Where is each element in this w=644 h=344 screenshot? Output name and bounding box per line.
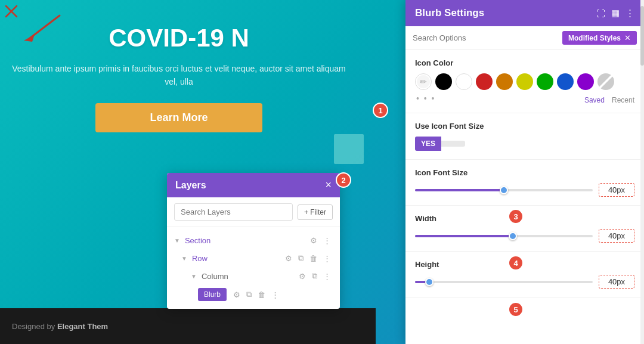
use-icon-font-size-label: Use Icon Font Size: [415, 122, 634, 131]
layer-row-section: ▼ Section ⚙ ⋮: [167, 232, 340, 249]
column-more-icon[interactable]: ⋮: [321, 271, 333, 282]
color-swatch-black[interactable]: [435, 73, 452, 90]
blurb-settings-panel: Blurb Settings ⛶ ▦ ⋮ Modified Styles ✕ I…: [405, 0, 644, 344]
height-slider-row: 40px: [415, 275, 634, 289]
blurb-expand-icon[interactable]: ⛶: [596, 8, 605, 18]
section-label: Section: [185, 236, 306, 245]
color-swatch-orange[interactable]: [496, 73, 513, 90]
teal-box: [334, 134, 364, 164]
height-slider-track[interactable]: [415, 281, 593, 283]
height-label: Height: [415, 260, 634, 269]
badge-1: 1: [373, 103, 388, 118]
layers-panel: Layers × + Filter ▼ Section ⚙ ⋮ ▼ Row ⚙ …: [167, 173, 340, 309]
icon-font-size-thumb[interactable]: [500, 186, 508, 194]
width-section: Width 40px: [405, 206, 644, 252]
blurb-panel-title: Blurb Settings: [415, 7, 484, 19]
close-icon-wrap: [5, 5, 18, 20]
row-gear-icon[interactable]: ⚙: [283, 253, 294, 264]
height-section: Height 40px: [405, 252, 644, 297]
use-icon-font-size-section: Use Icon Font Size YES: [405, 113, 644, 160]
height-value[interactable]: 40px: [599, 275, 634, 289]
saved-recent-row: Saved Recent: [583, 96, 634, 104]
width-slider-track[interactable]: [415, 235, 593, 237]
hero-subtitle: Vestibulum ante ipsum primis in faucibus…: [12, 62, 346, 89]
column-toggle[interactable]: ▼: [191, 273, 197, 280]
blurb-panel-header: Blurb Settings ⛶ ▦ ⋮: [405, 0, 644, 26]
learn-more-button[interactable]: Learn More: [95, 103, 262, 132]
footer-text: Designed by Elegant Them: [12, 322, 108, 331]
layers-search-input[interactable]: [174, 203, 293, 221]
toggle-no-button[interactable]: [441, 141, 465, 147]
section-toggle[interactable]: ▼: [174, 237, 180, 244]
column-gear-icon[interactable]: ⚙: [297, 271, 308, 282]
badge-3: 3: [508, 209, 524, 224]
icon-font-size-slider-track[interactable]: [415, 189, 593, 191]
row-more-icon[interactable]: ⋮: [321, 253, 333, 264]
section-gear-icon[interactable]: ⚙: [308, 235, 319, 246]
section-more-icon[interactable]: ⋮: [321, 235, 333, 246]
recent-link[interactable]: Recent: [612, 96, 634, 104]
toggle-yes-button[interactable]: YES: [415, 137, 441, 151]
row-clone-icon[interactable]: ⧉: [296, 252, 305, 264]
layers-panel-title: Layers: [175, 180, 206, 191]
row-toggle[interactable]: ▼: [181, 255, 187, 262]
blurb-panel-icon-group: ⛶ ▦ ⋮: [596, 8, 634, 18]
blurb-trash-icon[interactable]: 🗑: [256, 289, 267, 300]
badge-4: 4: [508, 255, 524, 271]
color-swatch-yellow[interactable]: [516, 73, 533, 90]
color-swatch-blue[interactable]: [557, 73, 574, 90]
color-swatch-purple[interactable]: [577, 73, 594, 90]
svg-marker-3: [24, 35, 35, 42]
layers-close-button[interactable]: ×: [325, 179, 332, 191]
layers-tree: ▼ Section ⚙ ⋮ ▼ Row ⚙ ⧉ 🗑 ⋮ ▼ Column ⚙ ⧉…: [167, 227, 340, 309]
icon-font-size-value[interactable]: 40px: [599, 183, 634, 197]
modified-styles-close-button[interactable]: ✕: [624, 33, 631, 42]
color-swatch-green[interactable]: [537, 73, 553, 90]
layers-filter-button[interactable]: + Filter: [298, 204, 333, 220]
width-fill: [415, 235, 513, 237]
color-swatch-red[interactable]: [476, 73, 493, 90]
layer-row-blurb: Blurb ⚙ ⧉ 🗑 ⋮: [167, 285, 340, 304]
icon-color-section: Icon Color ✏ • • • Saved Recent: [405, 50, 644, 113]
color-swatch-custom[interactable]: [597, 73, 614, 90]
icon-font-size-fill: [415, 189, 504, 191]
scrollbar[interactable]: [640, 0, 644, 344]
close-icon[interactable]: [5, 5, 18, 18]
icon-color-label: Icon Color: [415, 58, 634, 67]
width-thumb[interactable]: [509, 232, 517, 240]
blurb-more-icon[interactable]: ⋮: [270, 289, 281, 300]
blurb-badge: Blurb: [198, 288, 227, 301]
layers-search-wrap: + Filter: [167, 197, 340, 227]
eyedropper-swatch[interactable]: ✏: [415, 73, 432, 90]
row-label: Row: [192, 254, 281, 263]
layer-row-column: ▼ Column ⚙ ⧉ ⋮: [167, 267, 340, 285]
blurb-columns-icon[interactable]: ▦: [611, 8, 620, 18]
arrow-indicator: [18, 11, 66, 47]
column-label: Column: [202, 272, 295, 281]
badge-2: 2: [336, 172, 351, 188]
scrollbar-thumb[interactable]: [640, 6, 644, 66]
blurb-gear-icon[interactable]: ⚙: [231, 289, 242, 300]
row-trash-icon[interactable]: 🗑: [308, 253, 319, 264]
color-swatch-white[interactable]: [456, 73, 472, 90]
width-label: Width: [415, 214, 634, 223]
width-slider-row: 40px: [415, 229, 634, 243]
toggle-row: YES: [415, 137, 634, 151]
more-dots: • • •: [416, 94, 435, 103]
footer-bar: Designed by Elegant Them: [0, 308, 376, 344]
blurb-more-icon[interactable]: ⋮: [626, 8, 634, 18]
saved-link[interactable]: Saved: [584, 96, 605, 104]
layer-row-row: ▼ Row ⚙ ⧉ 🗑 ⋮: [167, 249, 340, 267]
column-clone-icon[interactable]: ⧉: [310, 270, 319, 282]
modified-styles-badge: Modified Styles ✕: [562, 31, 637, 45]
color-swatches: ✏: [415, 73, 634, 90]
width-value[interactable]: 40px: [599, 229, 634, 243]
badge-5: 5: [508, 302, 524, 317]
icon-font-size-slider-row: 40px: [415, 183, 634, 197]
icon-font-size-label: Icon Font Size: [415, 168, 634, 177]
blurb-search-row: Modified Styles ✕: [405, 26, 644, 50]
blurb-search-input[interactable]: [413, 33, 558, 42]
height-thumb[interactable]: [425, 278, 434, 286]
blurb-clone-icon[interactable]: ⧉: [244, 289, 253, 300]
icon-font-size-section: Icon Font Size 40px: [405, 160, 644, 206]
